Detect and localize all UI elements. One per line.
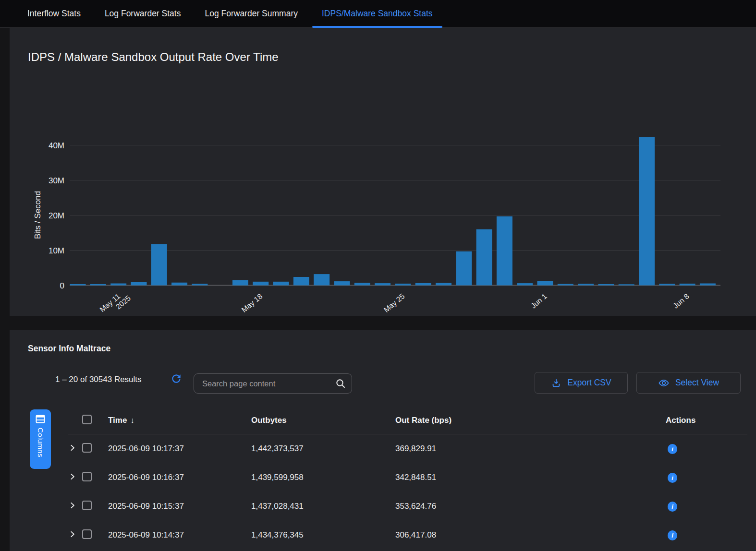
refresh-icon bbox=[170, 372, 183, 385]
svg-text:Bits / Second: Bits / Second bbox=[33, 191, 42, 239]
tab-log-forwarder-summary[interactable]: Log Forwarder Summary bbox=[195, 0, 307, 27]
cell-outbytes: 1,442,373,537 bbox=[251, 444, 395, 454]
table-body: 2025-06-09 10:17:37 1,442,373,537 369,82… bbox=[68, 434, 747, 550]
table-row: 2025-06-09 10:15:37 1,437,028,431 353,62… bbox=[68, 492, 747, 521]
chevron-right-icon bbox=[68, 530, 77, 539]
chevron-right-icon bbox=[68, 501, 77, 510]
cell-time: 2025-06-09 10:16:37 bbox=[108, 473, 251, 482]
svg-text:Jun 8: Jun 8 bbox=[671, 292, 691, 310]
table-columns-icon bbox=[36, 415, 45, 423]
eye-icon bbox=[658, 377, 670, 389]
download-icon bbox=[551, 378, 561, 388]
svg-text:Jun 1: Jun 1 bbox=[529, 292, 549, 310]
table-panel: Sensor Info Maltrace 1 – 20 of 30543 Res… bbox=[10, 330, 756, 551]
info-icon[interactable]: i bbox=[668, 502, 677, 512]
select-view-button[interactable]: Select View bbox=[636, 372, 741, 394]
cell-outbytes: 1,437,028,431 bbox=[251, 502, 395, 511]
columns-button-label: Columns bbox=[37, 428, 45, 457]
table-row: 2025-06-09 10:14:37 1,434,376,345 306,41… bbox=[68, 521, 747, 550]
chevron-right-icon bbox=[68, 443, 77, 452]
cell-out-rate: 353,624.76 bbox=[395, 502, 666, 511]
cell-out-rate: 306,417.08 bbox=[395, 530, 666, 540]
search-input[interactable] bbox=[194, 373, 352, 394]
search-icon[interactable] bbox=[335, 378, 346, 389]
select-view-label: Select View bbox=[675, 378, 719, 388]
cell-time: 2025-06-09 10:17:37 bbox=[108, 444, 251, 454]
column-header-out-rate[interactable]: Out Rate (bps) bbox=[395, 416, 666, 425]
cell-outbytes: 1,434,376,345 bbox=[251, 530, 395, 540]
svg-text:May 112025: May 112025 bbox=[98, 287, 132, 320]
table-header-row: Time↓ Outbytes Out Rate (bps) Actions bbox=[68, 407, 747, 434]
row-checkbox[interactable] bbox=[82, 529, 92, 539]
cell-time: 2025-06-09 10:14:37 bbox=[108, 530, 251, 540]
svg-text:30M: 30M bbox=[49, 176, 64, 185]
select-all-checkbox[interactable] bbox=[82, 415, 92, 424]
info-icon[interactable]: i bbox=[668, 473, 677, 483]
svg-text:20M: 20M bbox=[49, 211, 64, 220]
export-csv-label: Export CSV bbox=[567, 378, 611, 388]
tab-idps-malware-sandbox-stats[interactable]: IDPS/Malware Sandbox Stats bbox=[312, 0, 442, 27]
time-header-label: Time bbox=[108, 416, 127, 425]
refresh-button[interactable] bbox=[170, 372, 183, 386]
cell-outbytes: 1,439,599,958 bbox=[251, 473, 395, 482]
export-csv-button[interactable]: Export CSV bbox=[535, 372, 628, 394]
svg-text:40M: 40M bbox=[49, 141, 64, 150]
table-row: 2025-06-09 10:16:37 1,439,599,958 342,84… bbox=[68, 463, 747, 492]
data-table: Time↓ Outbytes Out Rate (bps) Actions 20… bbox=[68, 407, 747, 551]
row-checkbox[interactable] bbox=[82, 472, 92, 481]
column-header-time[interactable]: Time↓ bbox=[108, 416, 251, 425]
search-box bbox=[194, 373, 352, 394]
results-count: 1 – 20 of 30543 Results bbox=[55, 373, 142, 386]
cell-time: 2025-06-09 10:15:37 bbox=[108, 502, 251, 511]
expand-row-button[interactable] bbox=[68, 501, 77, 510]
expand-row-button[interactable] bbox=[68, 443, 77, 452]
column-header-actions: Actions bbox=[666, 416, 747, 425]
row-checkbox[interactable] bbox=[82, 443, 92, 453]
columns-button[interactable]: Columns bbox=[30, 409, 51, 469]
expand-row-button[interactable] bbox=[68, 472, 77, 481]
tab-log-forwarder-stats[interactable]: Log Forwarder Stats bbox=[95, 0, 191, 27]
svg-text:10M: 10M bbox=[49, 246, 64, 255]
cell-out-rate: 342,848.51 bbox=[395, 473, 666, 482]
tab-interflow-stats[interactable]: Interflow Stats bbox=[18, 0, 90, 27]
chart-title: IDPS / Malware Sandbox Output Rate Over … bbox=[28, 50, 279, 64]
svg-text:May 25: May 25 bbox=[382, 292, 406, 314]
info-icon[interactable]: i bbox=[668, 444, 677, 454]
sort-descending-icon[interactable]: ↓ bbox=[130, 416, 134, 424]
tab-bar: Interflow Stats Log Forwarder Stats Log … bbox=[0, 0, 756, 28]
chart-panel: IDPS / Malware Sandbox Output Rate Over … bbox=[10, 28, 756, 316]
info-icon[interactable]: i bbox=[668, 530, 677, 540]
row-checkbox[interactable] bbox=[82, 501, 92, 510]
column-header-outbytes[interactable]: Outbytes bbox=[251, 416, 395, 425]
section-heading: Sensor Info Maltrace bbox=[28, 344, 110, 354]
cell-out-rate: 369,829.91 bbox=[395, 444, 666, 454]
svg-text:May 18: May 18 bbox=[240, 292, 264, 314]
chevron-right-icon bbox=[68, 472, 77, 481]
output-rate-bar-chart: 010M20M30M40MBits / SecondMay 112025May … bbox=[33, 100, 724, 328]
svg-text:0: 0 bbox=[60, 281, 64, 290]
expand-row-button[interactable] bbox=[68, 530, 77, 539]
table-row: 2025-06-09 10:17:37 1,442,373,537 369,82… bbox=[68, 434, 747, 463]
